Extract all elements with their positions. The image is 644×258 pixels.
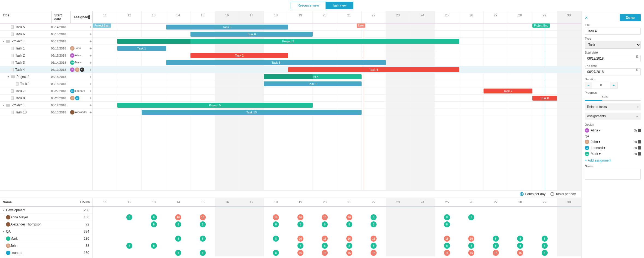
timeline-row[interactable]: Task 3 [93, 59, 581, 66]
gantt-bar[interactable]: Task 1 [264, 81, 362, 86]
timeline-row[interactable]: Task 8 [93, 95, 581, 102]
add-row-button[interactable]: + [89, 32, 93, 36]
delete-icon[interactable] [638, 129, 641, 132]
workload-chip[interactable]: 16 [517, 250, 523, 256]
timeline[interactable]: Project StartNowProject End Task 5 Task … [93, 24, 581, 190]
gantt-bar[interactable]: Task 3 [166, 60, 386, 65]
workload-chip[interactable]: 8 [297, 243, 303, 249]
tree-row[interactable]: Task 1 06/12/2018 John + [0, 45, 93, 52]
workload-chip[interactable]: 8 [542, 236, 548, 242]
workload-chip[interactable]: 8 [493, 243, 499, 249]
resource-group-row[interactable]: ▾ Development 208 [0, 207, 93, 214]
resource-person-row[interactable]: Alexander Thompson 72 [0, 221, 93, 228]
workload-chip[interactable]: 8 [346, 221, 352, 227]
workload-chip[interactable]: 8 [371, 221, 377, 227]
timeline-row[interactable]: Task 10 [93, 109, 581, 116]
timeline-row[interactable]: Task 1 [93, 45, 581, 52]
resource-view-tab[interactable]: Resource view [291, 2, 326, 9]
gantt-bar[interactable]: Task 10 [142, 110, 362, 115]
workload-chip[interactable]: 16 [322, 236, 328, 242]
delete-icon[interactable] [638, 140, 641, 143]
add-row-button[interactable]: + [89, 39, 93, 43]
title-input[interactable] [585, 28, 641, 35]
close-icon[interactable]: ✕ [585, 16, 588, 20]
workload-chip[interactable]: 16 [346, 236, 352, 242]
resource-hours-column[interactable]: Hours [76, 198, 93, 206]
assignee-name[interactable]: John ▾ [591, 140, 600, 144]
workload-chip[interactable]: 16 [297, 250, 303, 256]
gantt-bar[interactable]: Task 7 [484, 89, 532, 93]
add-row-button[interactable]: + [89, 75, 93, 79]
gantt-bar[interactable]: Project 5 [117, 103, 313, 108]
workload-chip[interactable]: 8 [273, 221, 279, 227]
assignee-name[interactable]: Alina ▾ [591, 128, 601, 132]
tree-row[interactable]: Task 7 06/27/2018 LeLeonard + [0, 87, 93, 95]
timeline-row[interactable]: Task 7 [93, 87, 581, 95]
workload-chip[interactable]: 16 [346, 250, 352, 256]
workload-chip[interactable]: 8 [322, 243, 328, 249]
workload-chip[interactable]: 16 [468, 236, 474, 242]
timeline-row[interactable]: Task 6 [93, 31, 581, 38]
duration-input[interactable] [592, 82, 610, 89]
workload-chip[interactable]: 16 [273, 214, 279, 220]
workload-chip[interactable]: 8 [175, 236, 181, 242]
add-row-button[interactable]: + [89, 46, 93, 51]
calendar-icon[interactable]: 🗓 [636, 55, 639, 58]
add-row-button[interactable]: + [89, 53, 93, 58]
calendar-icon[interactable]: 🗓 [636, 68, 639, 72]
timeline-row[interactable]: Project StartNowProject End Task 5 [93, 24, 581, 31]
gantt-bar[interactable]: Task 6 [190, 32, 313, 37]
collapse-caret-icon[interactable]: ▾ [3, 209, 6, 212]
notes-textarea[interactable] [585, 169, 641, 180]
add-row-button[interactable]: + [89, 68, 93, 72]
workload-chip[interactable]: 16 [468, 250, 474, 256]
workload-chip[interactable]: 8 [175, 221, 181, 227]
duration-minus[interactable]: − [585, 82, 592, 89]
tasks-per-day-radio[interactable]: Tasks per day [550, 192, 576, 196]
workload-chip[interactable]: 8 [517, 243, 523, 249]
timeline-row[interactable]: Project 3 [93, 38, 581, 45]
column-start-date[interactable]: Start date [52, 11, 71, 23]
workload-chip[interactable]: 8 [444, 221, 450, 227]
collapse-caret-icon[interactable]: ▾ [8, 75, 11, 78]
workload-chip[interactable]: 8 [200, 236, 206, 242]
workload-chip[interactable]: 16 [297, 236, 303, 242]
workload-chip[interactable]: 8 [444, 243, 450, 249]
add-row-button[interactable]: + [89, 25, 93, 29]
task-view-tab[interactable]: Task view [326, 2, 353, 9]
duration-plus[interactable]: + [610, 82, 617, 89]
workload-chip[interactable]: 8 [126, 214, 132, 220]
workload-chip[interactable]: 8 [273, 236, 279, 242]
add-row-button[interactable]: + [89, 60, 93, 65]
tree-row[interactable]: ▾ Project 4 06/18/2018 + [0, 73, 93, 80]
workload-chip[interactable]: 8 [273, 250, 279, 256]
tree-row[interactable]: Task 2 06/15/2018 AlAlina + [0, 52, 93, 59]
workload-chip[interactable]: 8 [371, 243, 377, 249]
tree-row[interactable]: Task 6 06/15/2018 + [0, 31, 93, 38]
workload-chip[interactable]: 16 [175, 214, 181, 220]
workload-chip[interactable]: 8 [175, 250, 181, 256]
collapse-caret-icon[interactable]: ▾ [3, 230, 6, 233]
workload-chip[interactable]: 8 [151, 243, 157, 249]
tree-row[interactable]: ▾ Project 5 06/12/2018 + [0, 102, 93, 109]
gantt-bar[interactable]: Task 8 [532, 96, 557, 101]
add-row-button[interactable]: + [89, 96, 93, 100]
workload-chip[interactable]: 8 [151, 221, 157, 227]
assignments-toggle[interactable]: Assignments⌄ [585, 113, 641, 120]
workload-chip[interactable]: 8 [493, 236, 499, 242]
start-date-input[interactable] [585, 55, 641, 62]
timeline-row[interactable]: Task 2 [93, 52, 581, 59]
timeline-row[interactable]: Task 4 [93, 66, 581, 73]
workload-chip[interactable]: 8 [444, 214, 450, 220]
column-assigned[interactable]: Assigned + [71, 11, 93, 23]
workload-chip[interactable]: 8 [322, 221, 328, 227]
tree-row[interactable]: ▾ Project 3 06/12/2018 + [0, 38, 93, 45]
gantt-bar[interactable]: Task 2 [190, 53, 288, 58]
workload-chip[interactable]: 16 [444, 236, 450, 242]
timeline-row[interactable]: Project 4 [93, 73, 581, 80]
workload-chip[interactable]: 16 [346, 214, 352, 220]
workload-chip[interactable]: 16 [493, 250, 499, 256]
workload-chip[interactable]: 8 [371, 214, 377, 220]
add-assignment-button[interactable]: + Add assignment [585, 159, 641, 162]
workload-chip[interactable]: 8 [126, 243, 132, 249]
